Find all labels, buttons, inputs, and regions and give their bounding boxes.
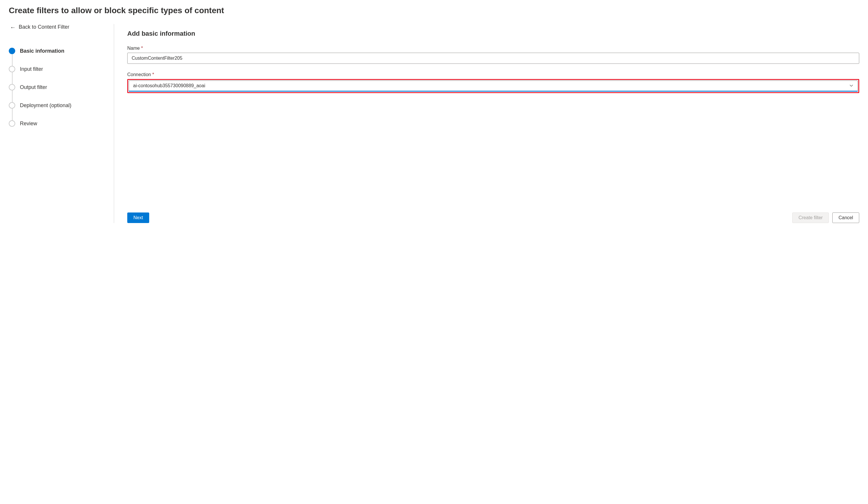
connection-selected-value: ai-contosohub355730090889_aoai <box>133 83 205 89</box>
back-to-content-filter-link[interactable]: ← Back to Content Filter <box>9 24 108 30</box>
cancel-button[interactable]: Cancel <box>832 213 859 223</box>
chevron-down-icon <box>849 83 854 89</box>
wizard-steps: Basic information Input filter Output fi… <box>9 42 108 133</box>
step-circle-icon <box>9 48 15 54</box>
create-filter-button: Create filter <box>792 213 829 223</box>
section-title: Add basic information <box>127 30 859 38</box>
next-button[interactable]: Next <box>127 213 149 223</box>
step-circle-icon <box>9 120 15 127</box>
footer: Next Create filter Cancel <box>127 204 859 223</box>
step-input-filter[interactable]: Input filter <box>9 60 108 78</box>
step-circle-icon <box>9 84 15 91</box>
step-label: Review <box>20 121 37 127</box>
sidebar: ← Back to Content Filter Basic informati… <box>9 24 114 223</box>
back-link-label: Back to Content Filter <box>19 24 69 30</box>
step-label: Output filter <box>20 84 47 91</box>
connection-select-highlight: ai-contosohub355730090889_aoai <box>127 79 859 93</box>
name-field-group: Name * <box>127 46 859 64</box>
step-label: Deployment (optional) <box>20 102 71 109</box>
required-asterisk: * <box>152 72 154 77</box>
connection-select[interactable]: ai-contosohub355730090889_aoai <box>129 81 858 92</box>
connection-label: Connection * <box>127 72 859 77</box>
step-review[interactable]: Review <box>9 114 108 133</box>
name-input[interactable] <box>127 53 859 64</box>
connection-label-text: Connection <box>127 72 151 77</box>
step-basic-information[interactable]: Basic information <box>9 42 108 60</box>
step-output-filter[interactable]: Output filter <box>9 78 108 96</box>
footer-right-buttons: Create filter Cancel <box>792 213 859 223</box>
step-circle-icon <box>9 102 15 109</box>
layout-container: ← Back to Content Filter Basic informati… <box>9 24 859 223</box>
step-label: Input filter <box>20 66 43 72</box>
name-label-text: Name <box>127 46 140 51</box>
name-label: Name * <box>127 46 859 51</box>
step-deployment[interactable]: Deployment (optional) <box>9 96 108 114</box>
required-asterisk: * <box>141 46 143 51</box>
main-content: Add basic information Name * Connection … <box>114 24 859 223</box>
step-circle-icon <box>9 66 15 72</box>
page-title: Create filters to allow or block specifi… <box>9 6 859 15</box>
connection-field-group: Connection * ai-contosohub355730090889_a… <box>127 72 859 93</box>
arrow-left-icon: ← <box>10 24 16 30</box>
step-label: Basic information <box>20 48 64 54</box>
